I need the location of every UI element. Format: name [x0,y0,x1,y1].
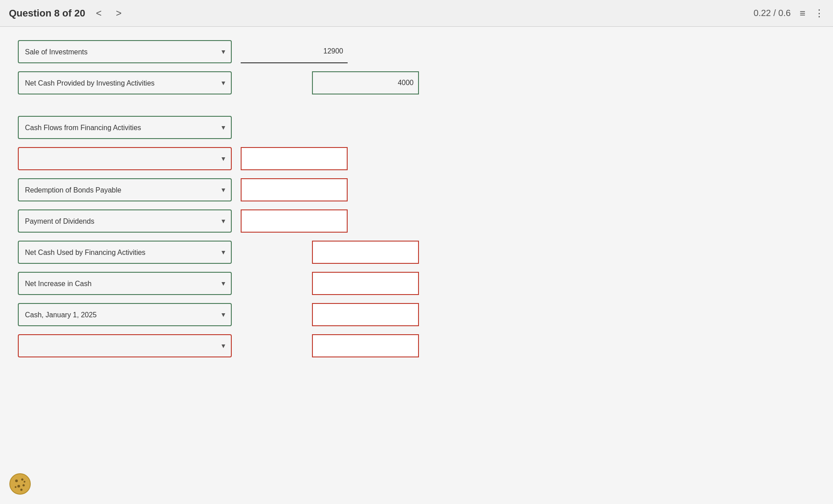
sale-investments-wrapper: Sale of Investments Net Cash Provided by… [18,40,232,63]
row-blank-financing: Sale of Investments Net Cash Provided by… [18,147,517,170]
net-increase-cash-dropdown[interactable]: Net Increase in Cash Sale of Investments… [18,272,232,295]
net-cash-financing-dropdown[interactable]: Net Cash Used by Financing Activities Sa… [18,241,232,264]
payment-dividends-dropdown[interactable]: Payment of Dividends Sale of Investments… [18,209,232,233]
section-gap-1 [18,102,517,116]
blank-financing-dropdown[interactable]: Sale of Investments Net Cash Provided by… [18,147,232,170]
payment-dividends-wrapper: Payment of Dividends Sale of Investments… [18,209,232,233]
redemption-bonds-amount-input[interactable] [241,178,348,201]
last-blank-amount-input[interactable] [312,334,419,357]
score-label: 0.22 / 0.6 [754,8,791,18]
list-icon-button[interactable]: ≡ [800,8,805,19]
redemption-bonds-wrapper: Redemption of Bonds Payable Sale of Inve… [18,178,232,201]
row-cash-jan: Cash, January 1, 2025 Sale of Investment… [18,303,517,326]
header: Question 8 of 20 < > 0.22 / 0.6 ≡ ⋮ [0,0,833,27]
redemption-bonds-dropdown[interactable]: Redemption of Bonds Payable Sale of Inve… [18,178,232,201]
net-cash-financing-amount-input[interactable] [312,241,419,264]
net-increase-cash-wrapper: Net Increase in Cash Sale of Investments… [18,272,232,295]
net-cash-investing-dropdown[interactable]: Net Cash Provided by Investing Activitie… [18,71,232,94]
net-increase-cash-amount-input[interactable] [312,272,419,295]
row-last-blank: Sale of Investments Net Cash Provided by… [18,334,517,357]
prev-button[interactable]: < [92,6,105,21]
row-sale-investments: Sale of Investments Net Cash Provided by… [18,40,517,63]
row-payment-dividends: Payment of Dividends Sale of Investments… [18,209,517,233]
row-net-cash-investing: Net Cash Provided by Investing Activitie… [18,71,517,94]
last-blank-wrapper: Sale of Investments Net Cash Provided by… [18,334,232,357]
row-net-cash-financing: Net Cash Used by Financing Activities Sa… [18,241,517,264]
menu-icon-button[interactable]: ⋮ [814,8,824,19]
net-cash-financing-wrapper: Net Cash Used by Financing Activities Sa… [18,241,232,264]
blank-financing-amount-input[interactable] [241,147,348,170]
last-blank-dropdown[interactable]: Sale of Investments Net Cash Provided by… [18,334,232,357]
main-content: Sale of Investments Net Cash Provided by… [0,27,535,379]
row-redemption-bonds: Redemption of Bonds Payable Sale of Inve… [18,178,517,201]
header-right: 0.22 / 0.6 ≡ ⋮ [754,8,824,19]
next-button[interactable]: > [112,6,125,21]
blank-dropdown-wrapper: Sale of Investments Net Cash Provided by… [18,147,232,170]
net-cash-investing-wrapper: Net Cash Provided by Investing Activitie… [18,71,232,94]
question-label: Question 8 of 20 [9,8,85,19]
sale-investments-dropdown[interactable]: Sale of Investments Net Cash Provided by… [18,40,232,63]
cash-flows-financing-wrapper: Cash Flows from Financing Activities Sal… [18,116,232,139]
cash-jan-dropdown[interactable]: Cash, January 1, 2025 Sale of Investment… [18,303,232,326]
cash-flows-financing-dropdown[interactable]: Cash Flows from Financing Activities Sal… [18,116,232,139]
header-left: Question 8 of 20 < > [9,6,125,21]
cash-jan-amount-input[interactable] [312,303,419,326]
sale-investments-amount-input[interactable] [241,40,348,63]
row-net-increase-cash: Net Increase in Cash Sale of Investments… [18,272,517,295]
net-cash-investing-amount-input[interactable] [312,71,419,94]
row-cash-flows-financing: Cash Flows from Financing Activities Sal… [18,116,517,139]
cash-jan-wrapper: Cash, January 1, 2025 Sale of Investment… [18,303,232,326]
payment-dividends-amount-input[interactable] [241,209,348,233]
